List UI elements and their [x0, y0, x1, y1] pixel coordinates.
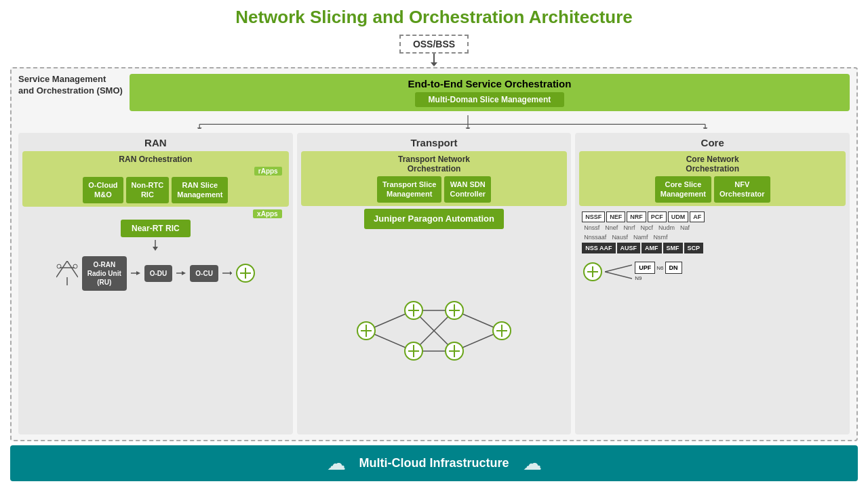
- core-orch-block: Core NetworkOrchestration Core SliceMana…: [579, 151, 846, 206]
- device-arrow2: [176, 269, 186, 277]
- svg-line-10: [56, 261, 67, 277]
- core-labels-row1: Nnssf Nnef Nnrf Npcf Nudm Naf: [582, 224, 843, 232]
- transport-lower: Juniper Paragon Automation: [301, 209, 568, 430]
- devices-row: O-RANRadio Unit(RU) O-DU O-CU: [22, 256, 289, 291]
- transport-slice-mgmt: Transport SliceManagement: [377, 176, 441, 203]
- svg-marker-17: [136, 271, 140, 275]
- oss-section: OSS/BSS: [10, 35, 858, 63]
- tower-icon: [56, 261, 78, 285]
- core-lower: NSSF NEF NRF PCF UDM AF Nnssf Nnef Nnrf: [579, 209, 846, 430]
- wan-sdn: WAN SDNController: [444, 176, 491, 203]
- near-rt-box: Near-RT RIC: [121, 220, 191, 237]
- core-boxes-row2: NSS AAF AUSF AMF SMF SCP: [582, 243, 843, 253]
- svg-marker-21: [230, 271, 232, 275]
- near-rt-area: xApps Near-RT RIC: [22, 209, 289, 237]
- label-nsmf: Nsmf: [651, 233, 669, 241]
- transport-col: Transport Transport NetworkOrchestration…: [297, 133, 572, 434]
- svg-point-15: [73, 264, 77, 268]
- svg-marker-5: [466, 127, 471, 129]
- core-elements: NSSF NEF NRF PCF UDM AF Nnssf Nnef Nnrf: [579, 209, 846, 256]
- e2e-orchestration-box: End-to-End Service Orchestration Multi-D…: [130, 74, 850, 111]
- core-lines-svg: [605, 262, 632, 282]
- label-npcf: Npcf: [638, 224, 655, 232]
- tower-area: [56, 261, 78, 285]
- label-nnrf: Nnrf: [621, 224, 637, 232]
- upf-box: UPF: [635, 262, 655, 274]
- ran-item-nonrtc: Non-RTCRIC: [126, 177, 170, 203]
- ran-orch-title: RAN Orchestration: [119, 155, 192, 164]
- transport-topology-svg: [346, 297, 522, 365]
- ran-col: RAN RAN Orchestration rApps O-CloudM&O N…: [18, 133, 293, 434]
- core-col: Core Core NetworkOrchestration Core Slic…: [575, 133, 850, 434]
- core-nef: NEF: [606, 211, 625, 222]
- ran-col-title: RAN: [22, 137, 289, 148]
- core-pcf: PCF: [648, 211, 667, 222]
- multi-domain-box: Multi-Doman Slice Management: [415, 92, 565, 107]
- svg-marker-19: [182, 271, 186, 275]
- core-nrf: NRF: [627, 211, 646, 222]
- three-cols: RAN RAN Orchestration rApps O-CloudM&O N…: [18, 133, 850, 434]
- label-nnssaaf: Nnssaaf: [582, 233, 608, 241]
- transport-items-row: Transport SliceManagement WAN SDNControl…: [305, 176, 564, 203]
- svg-marker-7: [703, 127, 708, 129]
- label-naf: Naf: [678, 224, 692, 232]
- svg-marker-9: [153, 247, 158, 251]
- xapps-label: xApps: [253, 209, 282, 218]
- core-slice-mgmt: Core SliceManagement: [655, 176, 711, 203]
- label-namf: Namf: [631, 233, 650, 241]
- node-circle-core: [583, 262, 602, 281]
- label-nnssf: Nnssf: [582, 224, 601, 232]
- smo-label: Service Managementand Orchestration (SMO…: [18, 74, 123, 97]
- main-container: Network Slicing and Orchestration Archit…: [0, 0, 868, 488]
- cross-icon-ran: [239, 266, 252, 280]
- core-nss-aaf: NSS AAF: [582, 243, 615, 253]
- cloud-icon-right: ☁: [523, 452, 542, 474]
- core-boxes-row1: NSSF NEF NRF PCF UDM AF: [582, 211, 843, 222]
- n6-label: N6: [656, 265, 663, 271]
- ran-item-ocloud: O-CloudM&O: [83, 177, 123, 203]
- cloud-icon-left: ☁: [327, 452, 346, 474]
- svg-point-14: [57, 264, 61, 268]
- oss-arrow: [433, 54, 435, 63]
- core-af: AF: [690, 211, 705, 222]
- transport-col-title: Transport: [301, 137, 568, 148]
- core-labels-row2: Nnssaaf Nausf Namf Nsmf: [582, 233, 843, 241]
- juniper-box: Juniper Paragon Automation: [364, 209, 504, 229]
- device-arrow1: [131, 269, 140, 277]
- core-col-title: Core: [579, 137, 846, 148]
- device-odu: O-DU: [144, 265, 173, 282]
- svg-line-52: [605, 265, 632, 272]
- transport-topology: [301, 232, 568, 430]
- rapps-label: rApps: [254, 167, 282, 176]
- ran-orch-block: RAN Orchestration rApps O-CloudM&O Non-R…: [22, 151, 289, 207]
- core-orch-title: Core NetworkOrchestration: [686, 155, 739, 174]
- bottom-bar-title: Multi-Cloud Infrastructure: [359, 456, 509, 470]
- cross-icon-core: [586, 265, 599, 279]
- core-topology-row: UPF N6 DN N9: [579, 259, 846, 285]
- ran-item-slice: RAN SliceManagement: [172, 177, 228, 203]
- near-rt-arrow: [149, 240, 162, 251]
- upf-row: UPF N6 DN: [635, 262, 682, 274]
- ran-items-row: O-CloudM&O Non-RTCRIC RAN SliceManagemen…: [26, 177, 285, 203]
- device-oran-ru: O-RANRadio Unit(RU): [82, 256, 127, 291]
- core-udm: UDM: [668, 211, 689, 222]
- ran-lower: xApps Near-RT RIC: [22, 209, 289, 430]
- upf-dn-area: UPF N6 DN N9: [635, 262, 682, 281]
- core-smf: SMF: [663, 243, 683, 253]
- page-title: Network Slicing and Orchestration Archit…: [10, 7, 858, 28]
- core-scp: SCP: [684, 243, 704, 253]
- device-ocu: O-CU: [190, 265, 218, 282]
- label-nausf: Nausf: [610, 233, 630, 241]
- oss-bss-box: OSS/BSS: [399, 35, 469, 54]
- svg-line-11: [67, 261, 78, 277]
- transport-orch-block: Transport NetworkOrchestration Transport…: [301, 151, 568, 206]
- bottom-bar: ☁ Multi-Cloud Infrastructure ☁: [10, 445, 858, 481]
- node-circle-ran: [236, 264, 255, 283]
- label-nnef: Nnef: [603, 224, 620, 232]
- svg-line-53: [605, 272, 632, 279]
- core-items-row: Core SliceManagement NFVOrchestrator: [583, 176, 842, 203]
- n9-label: N9: [635, 275, 682, 281]
- smo-box: Service Managementand Orchestration (SMO…: [10, 67, 858, 441]
- core-nssf: NSSF: [582, 211, 605, 222]
- dn-box: DN: [665, 262, 682, 274]
